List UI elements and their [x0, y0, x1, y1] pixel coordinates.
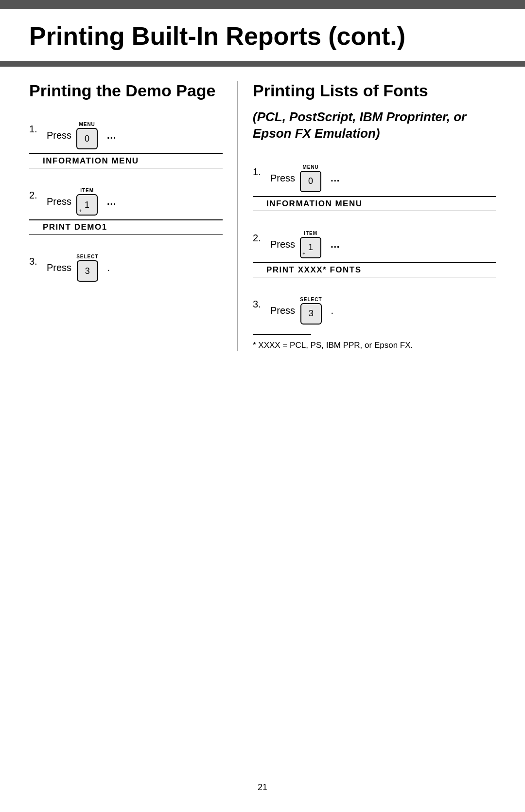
- footnote-text: * XXXX = PCL, PS, IBM PPR, or Epson FX.: [253, 339, 496, 352]
- mid-bar: [0, 61, 525, 67]
- key-0-left-1: 0: [76, 128, 98, 149]
- step-number-r2: 2.: [253, 233, 266, 244]
- result-text-r1: INFORMATION MENU: [266, 199, 496, 209]
- press-label-r3: Press: [270, 305, 295, 316]
- left-column: Printing the Demo Page 1. Press MENU 0 …: [29, 81, 238, 351]
- right-step-2: 2. Press ITEM 1 + … PRINT: [253, 218, 496, 277]
- key-3-right-3: 3: [300, 303, 322, 325]
- item-key-left: ITEM 1 +: [76, 188, 98, 216]
- left-step-3: 3. Press SELECT 3 .: [29, 241, 223, 282]
- right-step-3: 3. Press SELECT 3 .: [253, 284, 496, 325]
- key-1-left-2: 1 +: [76, 194, 98, 216]
- right-heading: Printing Lists of Fonts: [253, 81, 496, 100]
- menu-key-right: MENU 0: [300, 164, 321, 192]
- press-label-l3: Press: [47, 262, 71, 273]
- top-bar: [0, 0, 525, 9]
- step-number-2: 2.: [29, 190, 43, 201]
- left-step-2: 2. Press ITEM 1 + … PRINT: [29, 175, 223, 235]
- press-label-l2: Press: [47, 196, 71, 207]
- key-0-right-1: 0: [300, 171, 321, 192]
- key-1-right-2: 1 +: [300, 237, 321, 258]
- step-number-r3: 3.: [253, 299, 266, 310]
- step-number-1: 1.: [29, 124, 43, 135]
- page-wrapper: Printing Built-In Reports (cont.) Printi…: [0, 0, 525, 812]
- page-number: 21: [0, 782, 525, 793]
- press-label-r1: Press: [270, 173, 295, 184]
- result-text-r2: PRINT XXXX* FONTS: [266, 265, 496, 275]
- select-key-right: SELECT 3: [300, 297, 322, 325]
- page-title: Printing Built-In Reports (cont.): [29, 22, 496, 50]
- footnote-divider: [253, 334, 311, 335]
- left-heading: Printing the Demo Page: [29, 81, 223, 100]
- step-number-r1: 1.: [253, 166, 266, 178]
- right-step-1: 1. Press MENU 0 … INFORMATION MENU: [253, 152, 496, 211]
- content-area: Printing the Demo Page 1. Press MENU 0 …: [0, 81, 525, 351]
- left-step-1: 1. Press MENU 0 … INFORMATION MENU: [29, 109, 223, 168]
- subtitle-italic: (PCL, PostScript, IBM Proprinter, or Eps…: [253, 109, 496, 142]
- select-key-left: SELECT 3: [76, 254, 98, 282]
- key-3-left-3: 3: [77, 260, 98, 282]
- menu-key-left: MENU 0: [76, 122, 98, 149]
- press-label-l1: Press: [47, 130, 71, 141]
- result-text-l1: INFORMATION MENU: [43, 156, 223, 166]
- step-number-3: 3.: [29, 256, 43, 267]
- result-text-l2: PRINT DEMO1: [43, 222, 223, 232]
- item-key-right: ITEM 1 +: [300, 231, 321, 258]
- press-label-r2: Press: [270, 239, 295, 250]
- right-column: Printing Lists of Fonts (PCL, PostScript…: [238, 81, 496, 351]
- title-section: Printing Built-In Reports (cont.): [0, 9, 525, 56]
